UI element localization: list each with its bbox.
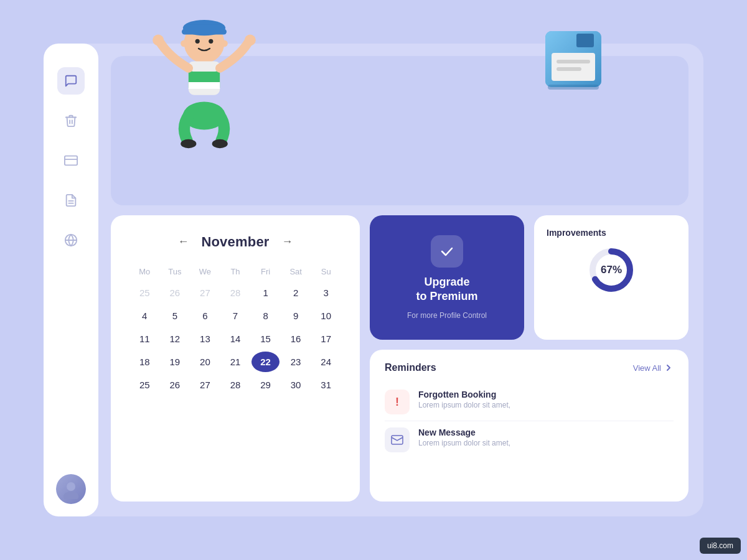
- cal-day-27-prev[interactable]: 27: [191, 282, 219, 303]
- watermark: ui8.com: [700, 538, 741, 554]
- cal-day-28-prev[interactable]: 28: [222, 282, 250, 303]
- svg-rect-19: [189, 62, 220, 72]
- cal-day-28[interactable]: 28: [222, 375, 250, 395]
- user-avatar[interactable]: [56, 474, 86, 504]
- reminder-mail-icon: [385, 427, 410, 452]
- cal-day-29[interactable]: 29: [251, 375, 280, 395]
- day-header-mo: Mo: [131, 263, 159, 280]
- cal-day-8[interactable]: 8: [251, 306, 280, 326]
- reminders-card: Reminders View All ! Forgotten Booking: [370, 350, 688, 502]
- reminder-message-title: New Message: [418, 427, 510, 437]
- cal-day-9[interactable]: 9: [282, 306, 310, 326]
- svg-point-15: [221, 40, 228, 47]
- main-content: ← November → Mo Tus We Th Fri Sat Su 25 …: [98, 44, 703, 516]
- cal-day-1[interactable]: 1: [251, 282, 280, 303]
- svg-point-6: [67, 482, 75, 491]
- calendar-next-button[interactable]: →: [280, 233, 296, 251]
- cal-day-26-prev[interactable]: 26: [161, 282, 189, 303]
- improvements-donut-chart: 67%: [586, 245, 636, 295]
- day-header-we: We: [191, 263, 219, 280]
- svg-point-20: [153, 35, 164, 46]
- cal-day-2[interactable]: 2: [282, 282, 310, 303]
- upgrade-check-icon: [431, 235, 463, 268]
- calendar-header: ← November →: [131, 233, 340, 251]
- cal-day-26[interactable]: 26: [161, 375, 189, 395]
- upgrade-title: Upgradeto Premium: [416, 275, 477, 304]
- cal-day-17[interactable]: 17: [312, 329, 340, 349]
- svg-rect-31: [548, 85, 599, 90]
- improvements-title: Improvements: [547, 228, 606, 238]
- sidebar-nav: [57, 67, 85, 462]
- reminder-booking-title: Forgotten Booking: [418, 390, 510, 399]
- svg-point-13: [209, 39, 213, 44]
- calendar-prev-button[interactable]: ←: [175, 233, 191, 251]
- cal-day-14[interactable]: 14: [222, 329, 250, 349]
- day-header-sa: Sat: [282, 263, 310, 280]
- day-header-su: Su: [312, 263, 340, 280]
- cal-day-11[interactable]: 11: [131, 329, 159, 349]
- cal-day-30[interactable]: 30: [282, 375, 310, 395]
- cal-day-13[interactable]: 13: [191, 329, 219, 349]
- cal-day-25[interactable]: 25: [131, 375, 159, 395]
- character-3d-figure: [148, 6, 273, 193]
- cal-day-27[interactable]: 27: [191, 375, 219, 395]
- cal-day-21[interactable]: 21: [222, 352, 250, 372]
- view-all-label: View All: [633, 363, 661, 373]
- day-header-tu: Tus: [161, 263, 189, 280]
- right-panel: Upgradeto Premium For more Profile Contr…: [370, 215, 688, 502]
- cal-day-5[interactable]: 5: [161, 306, 189, 326]
- cal-day-31[interactable]: 31: [312, 375, 340, 395]
- upgrade-card[interactable]: Upgradeto Premium For more Profile Contr…: [370, 215, 524, 340]
- cal-day-4[interactable]: 4: [131, 306, 159, 326]
- cal-day-16[interactable]: 16: [282, 329, 310, 349]
- svg-point-23: [181, 139, 196, 148]
- sidebar-item-card[interactable]: [57, 147, 85, 174]
- improvements-percentage: 67%: [601, 264, 622, 276]
- svg-rect-27: [552, 53, 595, 81]
- svg-rect-18: [189, 82, 220, 89]
- svg-rect-11: [182, 29, 227, 35]
- reminder-item-booking[interactable]: ! Forgotten Booking Lorem ipsum dolor si…: [385, 383, 674, 421]
- improvements-card: Improvements 67%: [534, 215, 688, 340]
- reminder-booking-sub: Lorem ipsum dolor sit amet,: [418, 401, 510, 409]
- svg-rect-0: [65, 156, 77, 166]
- cal-day-7[interactable]: 7: [222, 306, 250, 326]
- svg-rect-29: [557, 67, 581, 71]
- svg-rect-34: [392, 436, 403, 444]
- svg-point-7: [63, 492, 78, 499]
- upgrade-subtitle: For more Profile Control: [407, 311, 487, 320]
- cal-day-20[interactable]: 20: [191, 352, 219, 372]
- cal-day-19[interactable]: 19: [161, 352, 189, 372]
- sidebar-item-globe[interactable]: [57, 226, 85, 254]
- cal-day-22-today[interactable]: 22: [251, 352, 280, 372]
- calendar-grid: Mo Tus We Th Fri Sat Su 25 26 27 28 1 2 …: [131, 263, 340, 395]
- cal-day-25-prev[interactable]: 25: [131, 282, 159, 303]
- sidebar-item-document[interactable]: [57, 187, 85, 214]
- cal-day-6[interactable]: 6: [191, 306, 219, 326]
- svg-point-14: [181, 40, 187, 47]
- svg-rect-30: [576, 34, 594, 47]
- cal-day-24[interactable]: 24: [312, 352, 340, 372]
- sidebar-item-trash[interactable]: [57, 107, 85, 134]
- cal-day-23[interactable]: 23: [282, 352, 310, 372]
- cal-day-18[interactable]: 18: [131, 352, 159, 372]
- floppy-disk-icon: [539, 25, 614, 100]
- hero-area: [111, 56, 688, 205]
- cal-day-10[interactable]: 10: [312, 306, 340, 326]
- cal-day-15[interactable]: 15: [251, 329, 280, 349]
- chevron-right-icon: [664, 363, 674, 373]
- cal-day-12[interactable]: 12: [161, 329, 189, 349]
- calendar-card: ← November → Mo Tus We Th Fri Sat Su 25 …: [111, 215, 360, 502]
- reminder-message-text: New Message Lorem ipsum dolor sit amet,: [418, 427, 510, 447]
- view-all-link[interactable]: View All: [633, 363, 674, 373]
- reminder-message-sub: Lorem ipsum dolor sit amet,: [418, 439, 510, 447]
- content-row: ← November → Mo Tus We Th Fri Sat Su 25 …: [111, 215, 688, 502]
- reminders-title: Reminders: [385, 362, 436, 373]
- reminder-item-message[interactable]: New Message Lorem ipsum dolor sit amet,: [385, 421, 674, 459]
- sidebar-item-chat[interactable]: [57, 67, 85, 95]
- svg-point-12: [195, 39, 200, 44]
- day-header-fr: Fri: [251, 263, 280, 280]
- calendar-month-label: November: [201, 234, 269, 250]
- sidebar: [44, 44, 98, 516]
- cal-day-3[interactable]: 3: [312, 282, 340, 303]
